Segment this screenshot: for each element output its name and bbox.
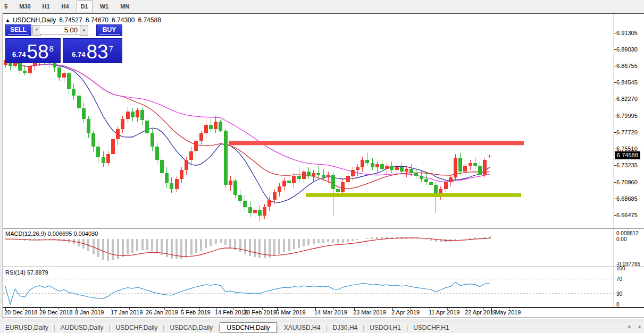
candle-body xyxy=(28,66,32,73)
candle-body xyxy=(473,163,477,166)
timeframe-button-d1[interactable]: D1 xyxy=(77,1,93,12)
chart-tab-bar: ◄ ► EURUSD,Daily|AUDUSD,Daily|USDCHF,Dai… xyxy=(0,321,644,333)
candle-body xyxy=(87,119,90,134)
timeframe-toolbar: 5M30H1H4D1W1MN xyxy=(0,0,644,13)
chart-tab-usdchf[interactable]: USDCHF,Daily xyxy=(111,323,163,332)
candle-body xyxy=(199,133,203,141)
date-label: 5 Feb 2019 xyxy=(181,309,211,315)
date-label: 20 Dec 2018 xyxy=(4,309,37,315)
price-axis-label: 6.86755 xyxy=(616,63,638,69)
support-line xyxy=(306,193,521,197)
ohlc-low: 6.74300 xyxy=(112,16,135,24)
chart-tab-usdcnh[interactable]: USDCNH,Daily xyxy=(220,322,277,333)
current-price-label: 6.74588 xyxy=(615,151,640,159)
volume-increase-button[interactable]: ▲ xyxy=(80,25,88,36)
candle-body xyxy=(458,158,462,172)
chart-title-row: ▲ USDCNH,Daily 6.74527 6.74670 6.74300 6… xyxy=(5,16,161,24)
date-label: 8 Jan 2019 xyxy=(75,309,104,315)
candle-body xyxy=(400,167,404,172)
application: 5M30H1H4D1W1MN ▲ USDCNH,Daily 6.74527 6.… xyxy=(0,0,644,333)
candle-body xyxy=(229,181,232,185)
volume-input[interactable] xyxy=(40,25,80,35)
chart-tab-xauusd[interactable]: XAUUSD,H4 xyxy=(279,323,326,332)
candle-body xyxy=(351,170,355,176)
tab-scroll-right-icon[interactable]: ► xyxy=(638,324,642,329)
collapse-panel-icon[interactable]: ▲ xyxy=(5,18,10,23)
date-label: 29 Dec 2018 xyxy=(39,309,72,315)
ma-line-fast xyxy=(5,60,490,202)
buy-button-underline xyxy=(99,34,120,35)
timeframe-button-h4[interactable]: H4 xyxy=(57,1,73,12)
candle-body xyxy=(267,200,271,207)
candle-body xyxy=(424,179,428,182)
buy-price-big: 83 xyxy=(86,43,108,61)
candle-body xyxy=(170,183,173,189)
candle-body xyxy=(405,169,408,172)
rsi-indicator-label: RSI(14) 57.8879 xyxy=(5,269,48,276)
buy-price-sup: 7 xyxy=(109,44,113,53)
candle-body xyxy=(77,96,81,109)
price-axis-label: 6.73235 xyxy=(616,162,638,168)
candle-body xyxy=(278,186,281,192)
spinner-up-icon: ▲ xyxy=(82,28,86,31)
candle-body xyxy=(312,173,315,176)
timeframe-button-w1[interactable]: W1 xyxy=(96,1,113,12)
candle-body xyxy=(302,172,306,179)
candle-body xyxy=(57,67,61,78)
macd-signal-line xyxy=(5,238,490,257)
chart-window[interactable]: ▲ USDCNH,Daily 6.74527 6.74670 6.74300 6… xyxy=(3,13,644,319)
ma-line-slow xyxy=(5,60,490,182)
candle-body xyxy=(258,210,262,216)
rsi-axis-label: 100 xyxy=(616,266,625,271)
sell-price-sup: 8 xyxy=(49,44,54,53)
candle-body xyxy=(224,131,228,185)
candle-body xyxy=(361,160,364,167)
candle-body xyxy=(454,158,457,177)
candle-body xyxy=(185,160,188,170)
chart-tab-usdcad[interactable]: USDCAD,Daily xyxy=(164,323,218,332)
date-label: 14 Feb 2019 xyxy=(215,309,248,315)
candle-body xyxy=(444,182,448,190)
candle-body xyxy=(165,173,169,183)
buy-price-box[interactable]: 6.74 83 7 xyxy=(63,38,122,63)
timeframe-button-m30[interactable]: M30 xyxy=(15,1,35,12)
tab-scroll-left-icon[interactable]: ◄ xyxy=(626,324,631,329)
sell-price-big: 58 xyxy=(27,43,48,61)
candle-body xyxy=(390,166,394,170)
candle-body xyxy=(322,175,325,178)
macd-indicator-label: MACD(12,26,9) 0.006695 0.004030 xyxy=(5,230,98,237)
date-label: 23 Feb 2019 xyxy=(244,309,277,315)
sell-button-label: SELL xyxy=(10,26,27,33)
candle-body xyxy=(219,122,222,131)
date-label: 11 Apr 2019 xyxy=(429,309,460,315)
candle-body xyxy=(346,176,350,182)
candle-body xyxy=(287,181,291,184)
candle-body xyxy=(116,129,120,139)
buy-button-label: BUY xyxy=(103,26,116,33)
candle-body xyxy=(434,185,438,195)
candle-body xyxy=(429,182,433,185)
candle-body xyxy=(316,173,320,175)
date-label: 23 Mar 2019 xyxy=(353,309,386,315)
candle-body xyxy=(414,173,418,176)
rsi-line xyxy=(5,283,490,305)
candle-body xyxy=(380,164,384,168)
timeframe-button-h1[interactable]: H1 xyxy=(38,1,54,12)
candle-body xyxy=(478,166,482,175)
candle-body xyxy=(102,157,105,163)
timeframe-button-mn[interactable]: MN xyxy=(116,1,133,12)
sell-price-box[interactable]: 6.74 58 8 xyxy=(5,38,61,63)
timeframe-button-5[interactable]: 5 xyxy=(0,1,12,12)
price-axis-label: 6.66475 xyxy=(616,212,638,218)
candle-body xyxy=(160,160,164,173)
chart-tab-audusd[interactable]: AUDUSD,Daily xyxy=(55,323,109,332)
buy-button[interactable]: BUY xyxy=(96,24,122,36)
sell-button[interactable]: SELL xyxy=(5,24,31,36)
chart-tab-usdchf[interactable]: USDCHF,H1 xyxy=(408,323,454,332)
candle-body xyxy=(62,73,66,78)
buy-price-prefix: 6.74 xyxy=(72,50,85,58)
chart-tab-eurusd[interactable]: EURUSD,Daily xyxy=(0,323,54,332)
chart-tab-dj30[interactable]: DJ30,H4 xyxy=(328,323,363,332)
candle-body xyxy=(238,195,242,201)
chart-tab-usdoil[interactable]: USDOil,H1 xyxy=(364,323,406,332)
